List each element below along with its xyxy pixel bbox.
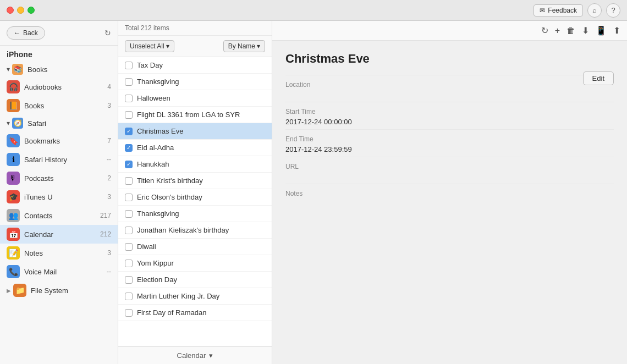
safari-group-toggle[interactable]: ▾ 🧭 Safari [0,115,118,131]
itunes-u-icon: 🎓 [7,190,20,203]
sort-button[interactable]: By Name ▾ [223,40,265,52]
delete-icon[interactable]: 🗑 [566,26,575,36]
minimize-button[interactable] [17,7,24,14]
list-item-checkbox[interactable] [125,95,133,102]
list-item[interactable]: Jonathan Kieliszak's birthday [118,222,272,239]
list-item-checkbox[interactable]: ✓ [125,161,133,168]
list-item[interactable]: Martin Luther King Jr. Day [118,288,272,305]
voicemail-count: -- [107,268,111,275]
sidebar-item-calendar[interactable]: 📅 Calendar 212 [0,225,118,244]
edit-button[interactable]: Edit [583,71,614,85]
list-item[interactable]: Eric Olson's birthday [118,189,272,206]
list-item-checkbox[interactable] [125,210,133,218]
back-button[interactable]: ← Back [7,26,45,40]
filesystem-expand-icon: ▶ [7,288,11,294]
list-item[interactable]: Tax Day [118,57,272,74]
chevron-down-icon: ▾ [7,65,10,73]
sidebar-item-notes[interactable]: 📝 Notes 3 [0,244,118,262]
sort-label: By Name [228,42,255,50]
help-button[interactable]: ? [606,3,620,18]
detail-field-end_time: End Time2017-12-24 23:59:59 [285,129,614,157]
list-item[interactable]: ✓Hanukkah [118,156,272,173]
refresh-icon[interactable]: ↻ [105,29,111,37]
sidebar-item-contacts[interactable]: 👥 Contacts 217 [0,206,118,225]
list-item-checkbox[interactable]: ✓ [125,128,133,135]
sync-icon[interactable]: ↻ [541,25,548,36]
list-item[interactable]: Diwali [118,239,272,255]
close-button[interactable] [7,7,14,14]
detail-field-label-url: URL [285,157,614,173]
device-label: iPhone [0,46,118,61]
back-label: Back [23,29,38,37]
list-item[interactable]: Election Day [118,272,272,288]
upload-icon[interactable]: ⬆ [613,25,620,36]
safari-history-icon: ℹ [7,153,20,166]
import-icon[interactable]: ⬇ [582,25,589,36]
books-group-toggle[interactable]: ▾ 📚 Books [0,61,118,78]
list-item[interactable]: Titien Krist's birthday [118,173,272,189]
list-item[interactable]: Yom Kippur [118,255,272,272]
main-layout: ← Back ↻ iPhone ▾ 📚 Books 🎧 Audiobooks 4… [0,21,627,364]
search-icon: ⌕ [592,6,597,14]
middle-panel: Total 212 items Unselect All ▾ By Name ▾… [118,21,272,364]
calendar-label: Calendar [24,230,96,239]
list-item-checkbox[interactable] [125,293,133,300]
list-item[interactable]: Thanksgiving [118,74,272,90]
list-item-checkbox[interactable] [125,260,133,267]
back-arrow-icon: ← [14,29,20,37]
detail-field-value-start_time: 2017-12-24 00:00:00 [285,118,614,129]
calendar-count: 212 [100,230,111,238]
sidebar-item-filesystem[interactable]: ▶ 📁 File System [0,281,118,300]
detail-field-start_time: Start Time2017-12-24 00:00:00 [285,102,614,129]
feedback-button[interactable]: ✉ Feedback [534,4,583,16]
list-item-label: Flight DL 3361 from LGA to SYR [137,111,265,119]
detail-field-value-notes [285,200,614,211]
bookmarks-icon: 🔖 [7,134,20,147]
search-button[interactable]: ⌕ [587,3,602,18]
list-item[interactable]: Flight DL 3361 from LGA to SYR [118,107,272,123]
list-item-label: Halloween [137,94,265,102]
list-item-checkbox[interactable] [125,177,133,185]
unselect-all-label: Unselect All [130,42,164,50]
safari-history-count: -- [107,156,111,163]
detail-field-value-url [285,173,614,184]
sidebar-item-itunes-u[interactable]: 🎓 iTunes U 3 [0,187,118,206]
safari-history-label: Safari History [24,156,102,164]
bookmarks-count: 7 [107,137,111,145]
list-item-checkbox[interactable] [125,309,133,317]
list-item[interactable]: First Day of Ramadan [118,305,272,321]
calendar-dropdown[interactable]: Calendar ▾ [118,346,272,364]
sidebar-item-voicemail[interactable]: 📞 Voice Mail -- [0,262,118,281]
add-icon[interactable]: + [555,26,560,36]
detail-field-label-start_time: Start Time [285,102,614,118]
help-icon: ? [611,6,615,14]
list-item-checkbox[interactable] [125,243,133,251]
list-item[interactable]: ✓Eid al-Adha [118,140,272,156]
sidebar-item-audiobooks[interactable]: 🎧 Audiobooks 4 [0,78,118,96]
sidebar-item-podcasts[interactable]: 🎙 Podcasts 2 [0,169,118,187]
maximize-button[interactable] [28,7,35,14]
sidebar-item-books[interactable]: 📙 Books 3 [0,96,118,115]
sidebar-item-bookmarks[interactable]: 🔖 Bookmarks 7 [0,131,118,150]
list-item[interactable]: Halloween [118,90,272,107]
list-item-label: Titien Krist's birthday [137,177,265,185]
unselect-all-button[interactable]: Unselect All ▾ [125,40,174,52]
sidebar-item-safari-history[interactable]: ℹ Safari History -- [0,150,118,169]
list-item[interactable]: Thanksgiving [118,206,272,222]
list-item-checkbox[interactable] [125,62,133,69]
list-item-label: Eric Olson's birthday [137,193,265,201]
list-item-checkbox[interactable] [125,276,133,284]
sidebar: ← Back ↻ iPhone ▾ 📚 Books 🎧 Audiobooks 4… [0,21,118,364]
list-item-checkbox[interactable] [125,111,133,119]
titlebar-actions: ✉ Feedback ⌕ ? [534,3,620,18]
list-item-checkbox[interactable] [125,227,133,234]
list-item-label: Jonathan Kieliszak's birthday [137,226,265,234]
filesystem-icon: 📁 [13,284,26,297]
list-item-checkbox[interactable] [125,194,133,201]
export-to-device-icon[interactable]: 📱 [596,25,607,36]
list-item-checkbox[interactable]: ✓ [125,144,133,152]
list-item[interactable]: ✓Christmas Eve [118,123,272,140]
list-item-label: Thanksgiving [137,78,265,86]
envelope-icon: ✉ [540,7,545,14]
list-item-checkbox[interactable] [125,78,133,86]
